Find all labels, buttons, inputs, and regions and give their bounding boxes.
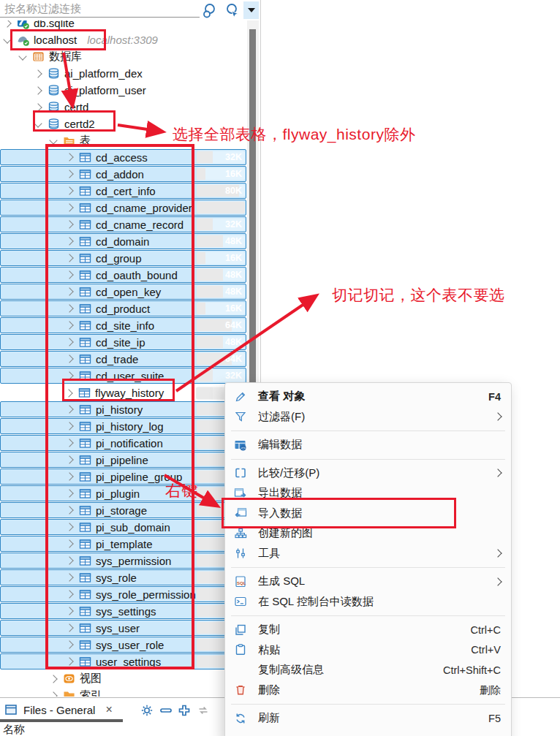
tree-node-flyway_history[interactable]: flyway_history: [0, 384, 246, 401]
expand-chevron-icon[interactable]: [65, 270, 73, 278]
tree-node-数据库[interactable]: 数据库: [0, 48, 246, 65]
tree-node-cd_domain[interactable]: cd_domain 48K: [0, 233, 246, 249]
tree-node-cd_trade[interactable]: cd_trade 64K: [0, 351, 246, 367]
expand-chevron-icon[interactable]: [65, 371, 73, 379]
expand-chevron-icon[interactable]: [65, 472, 73, 480]
tree-node-user_settings[interactable]: user_settings: [0, 653, 246, 669]
expand-chevron-icon[interactable]: [65, 338, 73, 346]
expand-chevron-icon[interactable]: [65, 573, 73, 581]
menu-item-复制[interactable]: 复制 Ctrl+C: [225, 620, 511, 640]
tree-node-pi_history[interactable]: pi_history: [0, 401, 246, 417]
expand-chevron-icon[interactable]: [65, 489, 73, 497]
expand-chevron-icon[interactable]: [65, 354, 73, 363]
tree-node-cd_site_info[interactable]: cd_site_info 64K: [0, 317, 246, 333]
expand-chevron-icon[interactable]: [18, 52, 26, 60]
expand-chevron-icon[interactable]: [65, 523, 73, 531]
tree-node-cd_addon[interactable]: cd_addon 16K: [0, 166, 246, 182]
expand-chevron-icon[interactable]: [65, 220, 73, 228]
tree-node-cd_group[interactable]: cd_group 16K: [0, 250, 246, 266]
connection-pick-icon[interactable]: [223, 1, 242, 20]
expand-chevron-icon[interactable]: [34, 86, 42, 94]
expand-chevron-icon[interactable]: [34, 103, 42, 111]
tree-node-pi_plugin[interactable]: pi_plugin: [0, 485, 246, 501]
tree-node-pi_sub_domain[interactable]: pi_sub_domain: [0, 519, 246, 535]
connection-filter-input[interactable]: 按名称过滤连接: [0, 0, 200, 18]
expand-chevron-icon[interactable]: [65, 153, 73, 161]
tree-node-索引[interactable]: 索引: [0, 687, 246, 697]
expand-chevron-icon[interactable]: [65, 556, 73, 564]
expand-chevron-icon[interactable]: [49, 675, 57, 683]
tree-node-certd2[interactable]: certd2: [0, 115, 246, 132]
expand-chevron-icon[interactable]: [65, 640, 73, 648]
menu-item-比较/迁移(P)[interactable]: 比较/迁移(P): [225, 463, 511, 484]
expand-chevron-icon[interactable]: [64, 389, 72, 397]
expand-chevron-icon[interactable]: [65, 186, 73, 194]
tree-node-cd_cert_info[interactable]: cd_cert_info 80K: [0, 183, 246, 199]
menu-item-删除[interactable]: 删除 删除: [225, 680, 511, 701]
connection-select-icon[interactable]: [200, 1, 219, 20]
expand-chevron-icon[interactable]: [3, 35, 11, 43]
menu-item-刷新[interactable]: 刷新 F5: [225, 708, 511, 729]
expand-chevron-icon[interactable]: [65, 254, 73, 262]
menu-item-创建新的图[interactable]: 创建新的图: [225, 523, 511, 544]
expand-chevron-icon[interactable]: [65, 405, 73, 413]
menu-item-生成 SQL[interactable]: SQL 生成 SQL: [225, 572, 511, 592]
tree-node-pi_storage[interactable]: pi_storage: [0, 502, 246, 518]
link-editor-icon[interactable]: [197, 704, 210, 717]
menu-item-工具[interactable]: 工具: [225, 544, 511, 564]
tree-node-cd_cname_record[interactable]: cd_cname_record 32K: [0, 216, 246, 232]
tree-node-localhost[interactable]: localhost localhost:3309: [0, 31, 246, 48]
tree-node-sys_settings[interactable]: sys_settings: [0, 603, 246, 619]
expand-chevron-icon[interactable]: [65, 422, 73, 430]
expand-chevron-icon[interactable]: [65, 623, 73, 631]
expand-chevron-icon[interactable]: [49, 136, 57, 144]
tab-files-general[interactable]: Files - General ×: [4, 700, 113, 719]
expand-all-icon[interactable]: [178, 704, 191, 717]
tree-node-sys_permission[interactable]: sys_permission: [0, 553, 246, 569]
tree-node-pi_pipeline[interactable]: pi_pipeline: [0, 452, 246, 468]
tree-node-ai_platform_user[interactable]: ai_platform_user: [0, 82, 246, 99]
tree-node-cd_access[interactable]: cd_access 32K: [0, 149, 246, 165]
tree-node-cd_user_suite[interactable]: cd_user_suite 32K: [0, 368, 246, 384]
tree-node-cd_site_ip[interactable]: cd_site_ip 48K: [0, 334, 246, 350]
expand-chevron-icon[interactable]: [65, 539, 73, 547]
expand-chevron-icon[interactable]: [65, 506, 73, 514]
tree-node-sys_role[interactable]: sys_role: [0, 569, 246, 585]
tree-node-sys_role_permission[interactable]: sys_role_permission: [0, 586, 246, 602]
menu-item-复制高级信息[interactable]: 复制高级信息 Ctrl+Shift+C: [225, 660, 511, 680]
tree-node-pi_template[interactable]: pi_template: [0, 536, 246, 552]
expand-chevron-icon[interactable]: [65, 607, 73, 615]
tree-node-pi_history_log[interactable]: pi_history_log: [0, 418, 246, 434]
menu-item-导出数据[interactable]: 导出数据: [225, 483, 511, 504]
tree-node-pi_pipeline_group[interactable]: pi_pipeline_group: [0, 468, 246, 485]
expand-chevron-icon[interactable]: [65, 203, 73, 211]
tree-node-pi_notification[interactable]: pi_notification: [0, 435, 246, 451]
menu-item-导入数据[interactable]: 导入数据: [225, 504, 511, 524]
tree-node-视图[interactable]: 视图: [0, 670, 246, 687]
tree-node-sys_user[interactable]: sys_user: [0, 620, 246, 636]
close-icon[interactable]: ×: [105, 703, 112, 716]
tree-node-certd[interactable]: certd: [0, 99, 246, 115]
menu-item-粘贴[interactable]: 粘贴 Ctrl+V: [225, 640, 511, 661]
expand-chevron-icon[interactable]: [65, 455, 73, 463]
collapse-all-icon[interactable]: [159, 704, 173, 717]
expand-chevron-icon[interactable]: [65, 170, 73, 178]
gear-icon[interactable]: [140, 704, 154, 717]
expand-chevron-icon[interactable]: [65, 287, 73, 295]
expand-chevron-icon[interactable]: [65, 237, 73, 245]
tree-node-cd_oauth_bound[interactable]: cd_oauth_bound 48K: [0, 267, 246, 283]
tree-node-sys_user_role[interactable]: sys_user_role: [0, 637, 246, 653]
menu-item-在 SQL 控制台中读数据[interactable]: 在 SQL 控制台中读数据: [225, 592, 511, 612]
toolbar-dropdown-icon[interactable]: [243, 1, 259, 19]
menu-item-查看 对象[interactable]: 查看 对象 F4: [225, 387, 511, 407]
expand-chevron-icon[interactable]: [65, 321, 73, 329]
expand-chevron-icon[interactable]: [34, 69, 42, 77]
menu-item-过滤器(F)[interactable]: 过滤器(F): [225, 407, 511, 428]
tree-node-ai_platform_dex[interactable]: ai_platform_dex: [0, 65, 246, 82]
expand-chevron-icon[interactable]: [65, 439, 73, 447]
tree-node-cd_product[interactable]: cd_product 16K: [0, 300, 246, 316]
expand-chevron-icon[interactable]: [65, 590, 73, 598]
menu-item-编辑数据[interactable]: <> 编辑数据: [225, 435, 511, 455]
expand-chevron-icon[interactable]: [65, 657, 73, 665]
expand-chevron-icon[interactable]: [49, 691, 57, 697]
